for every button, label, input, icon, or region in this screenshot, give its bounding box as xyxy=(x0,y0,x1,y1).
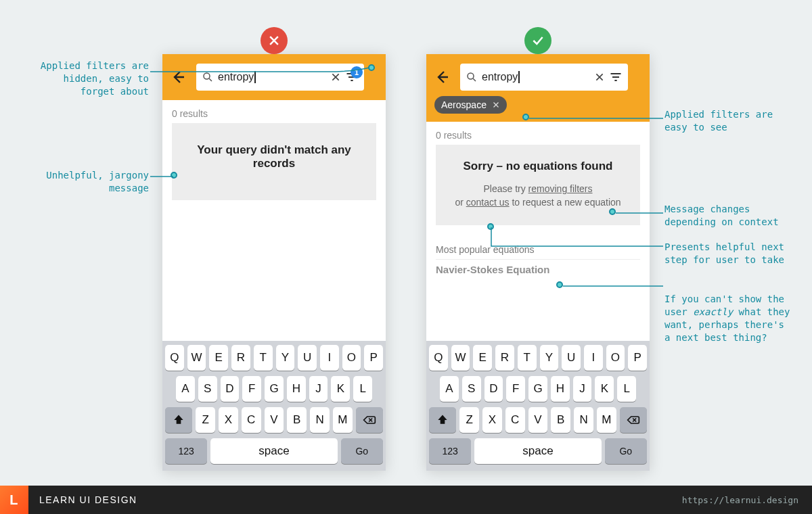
back-arrow-icon[interactable] xyxy=(171,69,187,85)
key-h[interactable]: H xyxy=(551,376,570,402)
key-o[interactable]: O xyxy=(342,345,361,371)
key-n[interactable]: N xyxy=(574,407,593,433)
key-j[interactable]: J xyxy=(573,376,592,402)
key-k[interactable]: K xyxy=(331,376,350,402)
key-u[interactable]: U xyxy=(298,345,317,371)
key-f[interactable]: F xyxy=(506,376,525,402)
key-o[interactable]: O xyxy=(606,345,625,371)
key-l[interactable]: L xyxy=(617,376,636,402)
key-go[interactable]: Go xyxy=(341,438,383,464)
key-b[interactable]: B xyxy=(551,407,570,433)
results-area: 0 results Your query didn't match any re… xyxy=(162,100,386,200)
key-r[interactable]: R xyxy=(231,345,250,371)
chip-remove-icon[interactable] xyxy=(492,101,500,109)
key-d[interactable]: D xyxy=(221,376,240,402)
filter-chip[interactable]: Aerospace xyxy=(434,96,507,114)
key-n[interactable]: N xyxy=(310,407,330,433)
key-s[interactable]: S xyxy=(462,376,481,402)
footer-bar: L LEARN UI DESIGN https://learnui.design xyxy=(0,486,812,514)
note-jargony: Unhelpful, jargony message xyxy=(20,169,149,195)
key-p[interactable]: P xyxy=(628,345,647,371)
key-t[interactable]: T xyxy=(254,345,273,371)
key-shift[interactable] xyxy=(429,407,456,433)
check-icon xyxy=(531,34,545,47)
contact-us-link[interactable]: contact us xyxy=(466,197,510,208)
empty-title: Your query didn't match any records xyxy=(181,143,367,170)
annotation-dot xyxy=(522,114,529,120)
key-backspace[interactable] xyxy=(620,407,647,433)
key-g[interactable]: G xyxy=(528,376,547,402)
key-x[interactable]: X xyxy=(219,407,238,433)
clear-input-icon[interactable] xyxy=(330,72,341,83)
subtext-part: to request a new equation xyxy=(510,197,621,208)
popular-section-heading: Most popular equations xyxy=(436,244,640,255)
key-b[interactable]: B xyxy=(287,407,307,433)
key-space[interactable]: space xyxy=(474,438,601,464)
clear-input-icon[interactable] xyxy=(594,72,605,83)
brand-logo: L xyxy=(0,486,28,514)
svg-point-1 xyxy=(468,73,474,79)
popular-row[interactable]: Navier-Stokes Equation xyxy=(436,259,640,275)
key-z[interactable]: Z xyxy=(196,407,215,433)
key-shift[interactable] xyxy=(165,407,192,433)
key-space[interactable]: space xyxy=(210,438,337,464)
svg-point-0 xyxy=(204,73,210,79)
key-y[interactable]: Y xyxy=(540,345,559,371)
key-z[interactable]: Z xyxy=(459,407,479,433)
search-input[interactable]: entropy xyxy=(218,71,256,83)
key-c[interactable]: C xyxy=(505,407,525,433)
key-e[interactable]: E xyxy=(209,345,228,371)
key-h[interactable]: H xyxy=(287,376,306,402)
key-a[interactable]: A xyxy=(176,376,195,402)
key-go[interactable]: Go xyxy=(605,438,647,464)
chip-label: Aerospace xyxy=(441,99,487,110)
back-arrow-icon[interactable] xyxy=(434,69,451,85)
result-count: 0 results xyxy=(172,108,376,119)
key-d[interactable]: D xyxy=(484,376,503,402)
filter-count-badge: 1 xyxy=(351,66,363,78)
bad-badge xyxy=(261,27,288,54)
key-p[interactable]: P xyxy=(364,345,383,371)
key-i[interactable]: I xyxy=(320,345,339,371)
key-q[interactable]: Q xyxy=(429,345,448,371)
key-f[interactable]: F xyxy=(242,376,261,402)
key-u[interactable]: U xyxy=(562,345,581,371)
search-input[interactable]: entropy xyxy=(482,71,520,83)
key-123[interactable]: 123 xyxy=(165,438,207,464)
filter-icon[interactable] xyxy=(609,70,623,84)
key-k[interactable]: K xyxy=(595,376,614,402)
keyboard: QWERTYUIOP ASDFGHJKL ZXCVBNM 123 space G… xyxy=(426,341,650,471)
key-y[interactable]: Y xyxy=(276,345,295,371)
key-q[interactable]: Q xyxy=(165,345,184,371)
key-v[interactable]: V xyxy=(528,407,548,433)
empty-subtext: Please try removing filters or contact u… xyxy=(445,183,631,209)
removing-filters-link[interactable]: removing filters xyxy=(528,183,593,194)
backspace-icon xyxy=(627,413,640,427)
key-g[interactable]: G xyxy=(265,376,284,402)
key-c[interactable]: C xyxy=(242,407,261,433)
key-l[interactable]: L xyxy=(353,376,372,402)
keyboard: QWERTYUIOP ASDFGHJKL ZXCVBNM 123 space G… xyxy=(162,341,386,471)
key-r[interactable]: R xyxy=(495,345,514,371)
key-a[interactable]: A xyxy=(440,376,459,402)
key-backspace[interactable] xyxy=(356,407,383,433)
key-m[interactable]: M xyxy=(597,407,616,433)
key-i[interactable]: I xyxy=(584,345,603,371)
key-v[interactable]: V xyxy=(265,407,284,433)
key-s[interactable]: S xyxy=(198,376,217,402)
search-box[interactable]: entropy xyxy=(460,64,628,91)
search-icon xyxy=(202,71,214,83)
key-w[interactable]: W xyxy=(187,345,206,371)
key-x[interactable]: X xyxy=(482,407,502,433)
key-m[interactable]: M xyxy=(333,407,353,433)
search-box[interactable]: entropy 1 xyxy=(196,64,364,91)
shift-icon xyxy=(436,413,449,427)
key-123[interactable]: 123 xyxy=(429,438,471,464)
key-e[interactable]: E xyxy=(473,345,492,371)
annotation-dot xyxy=(609,208,616,215)
key-j[interactable]: J xyxy=(309,376,328,402)
filter-icon[interactable]: 1 xyxy=(345,70,359,84)
filter-chip-row: Aerospace xyxy=(426,96,650,122)
key-t[interactable]: T xyxy=(518,345,537,371)
key-w[interactable]: W xyxy=(451,345,470,371)
